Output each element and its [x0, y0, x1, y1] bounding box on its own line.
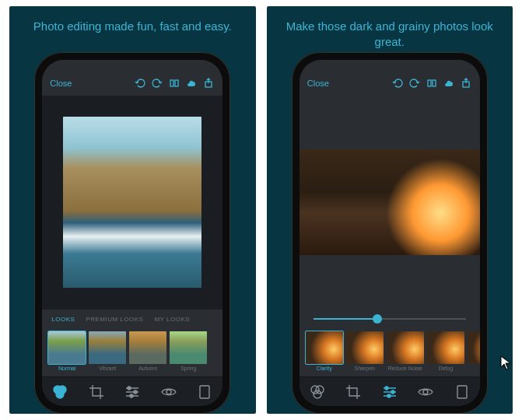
- redo-icon[interactable]: [408, 77, 421, 89]
- adjust-thumb-defog[interactable]: Defog: [427, 331, 464, 373]
- compare-icon[interactable]: [426, 77, 438, 89]
- compare-icon[interactable]: [168, 77, 180, 89]
- close-button[interactable]: Close: [307, 79, 387, 88]
- photo-content: [63, 117, 201, 288]
- look-thumb-normal[interactable]: Normal: [48, 331, 86, 373]
- svg-point-15: [316, 386, 324, 394]
- look-thumb-autumn[interactable]: Autumn: [129, 331, 166, 373]
- undo-icon[interactable]: [391, 77, 404, 89]
- look-thumb-vibrant[interactable]: Vibrant: [89, 331, 126, 373]
- looks-tabs: LOOKS PREMIUM LOOKS MY LOOKS: [42, 310, 222, 328]
- tab-my-looks[interactable]: MY LOOKS: [154, 316, 190, 323]
- svg-rect-0: [170, 80, 173, 86]
- svg-point-18: [391, 390, 394, 394]
- adjust-thumb-reduce-noise[interactable]: Reduce Noise: [387, 331, 424, 373]
- slider-fill: [314, 318, 377, 320]
- share-icon[interactable]: [202, 77, 215, 89]
- status-bar: [300, 60, 480, 71]
- phone-screen: Close LOOKS PREMIUM LOOKS MY LOOKS Norma…: [42, 60, 222, 406]
- app-topbar: Close: [300, 71, 480, 96]
- svg-point-5: [56, 390, 64, 398]
- svg-point-9: [166, 390, 171, 394]
- tab-looks[interactable]: LOOKS: [51, 316, 75, 323]
- svg-point-7: [134, 390, 137, 394]
- photo-viewport[interactable]: [42, 96, 222, 310]
- svg-point-8: [130, 394, 133, 397]
- svg-point-19: [387, 394, 391, 397]
- phone-frame: Close LOOKS PREMIUM LOOKS MY LOOKS Norma…: [34, 52, 230, 414]
- adjust-icon[interactable]: [381, 383, 398, 401]
- adjust-thumb-more[interactable]: E: [468, 331, 480, 373]
- svg-rect-12: [433, 80, 436, 86]
- crop-icon[interactable]: [88, 383, 105, 401]
- looks-icon[interactable]: [51, 383, 68, 401]
- svg-point-16: [314, 390, 321, 398]
- svg-point-17: [385, 387, 388, 390]
- svg-point-6: [128, 387, 131, 390]
- slider-track: [314, 318, 466, 320]
- app-topbar: Close: [42, 71, 222, 96]
- adjust-thumbnails: Clarity Sharpen Reduce Noise Defog E: [300, 328, 480, 376]
- bottom-toolbar: [42, 376, 222, 406]
- photo-content: [300, 149, 480, 255]
- looks-icon[interactable]: [309, 383, 326, 401]
- blemish-icon[interactable]: [454, 383, 471, 401]
- redeye-icon[interactable]: [417, 383, 434, 401]
- close-button[interactable]: Close: [50, 79, 129, 88]
- look-thumbnails: Normal Vibrant Autumn Spring: [42, 328, 222, 376]
- tagline: Photo editing made fun, fast and easy.: [33, 16, 232, 52]
- tagline: Make those dark and grainy photos look g…: [273, 16, 507, 52]
- svg-point-20: [423, 390, 428, 394]
- redeye-icon[interactable]: [160, 383, 177, 401]
- photo-viewport[interactable]: [300, 96, 480, 310]
- bottom-toolbar: [300, 376, 480, 406]
- svg-rect-11: [428, 80, 431, 86]
- cloud-icon[interactable]: [185, 77, 198, 89]
- phone-frame: Close Clarity Sharpen Reduce Noise: [292, 52, 488, 414]
- slider-thumb[interactable]: [373, 314, 382, 324]
- share-icon[interactable]: [460, 77, 472, 89]
- blemish-icon[interactable]: [196, 383, 213, 401]
- redo-icon[interactable]: [151, 77, 163, 89]
- look-thumb-spring[interactable]: Spring: [170, 331, 207, 373]
- svg-rect-1: [175, 80, 178, 86]
- phone-screen: Close Clarity Sharpen Reduce Noise: [300, 60, 480, 406]
- svg-rect-21: [457, 386, 467, 398]
- status-bar: [42, 60, 222, 71]
- svg-rect-10: [200, 386, 209, 398]
- adjust-thumb-clarity[interactable]: Clarity: [306, 331, 343, 373]
- adjust-icon[interactable]: [124, 383, 141, 401]
- promo-panel-right: Make those dark and grainy photos look g…: [267, 6, 513, 414]
- tab-premium-looks[interactable]: PREMIUM LOOKS: [86, 316, 143, 323]
- undo-icon[interactable]: [134, 77, 146, 89]
- promo-panel-left: Photo editing made fun, fast and easy. C…: [9, 6, 256, 414]
- cloud-icon[interactable]: [443, 77, 455, 89]
- adjust-slider[interactable]: [300, 310, 480, 328]
- adjust-thumb-sharpen[interactable]: Sharpen: [346, 331, 384, 373]
- crop-icon[interactable]: [345, 383, 362, 401]
